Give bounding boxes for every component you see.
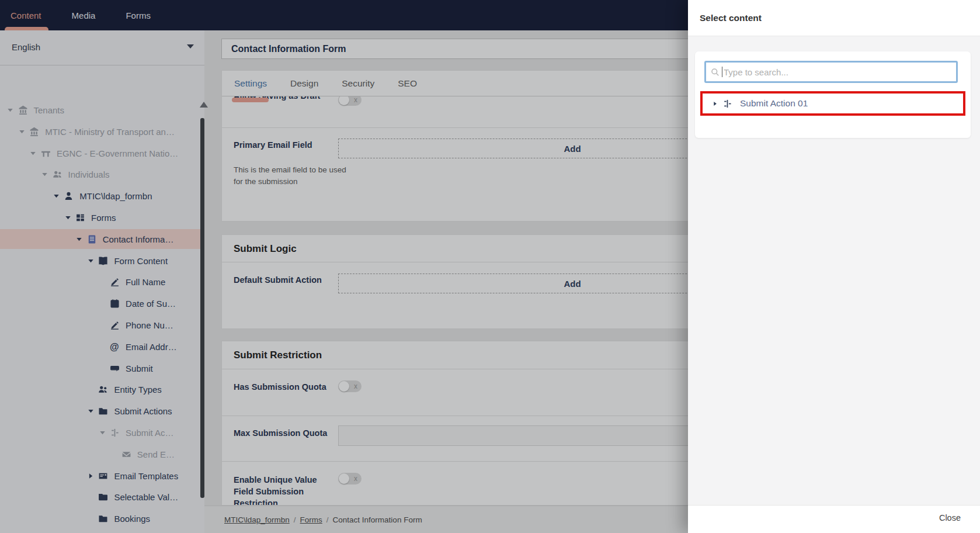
chevron-right-icon[interactable] (712, 101, 718, 107)
search-box (704, 61, 958, 83)
search-icon (711, 68, 720, 77)
app-window: ContentMediaForms English TenantsMTIC - … (0, 0, 980, 533)
picker-card: Submit Action 01 (695, 51, 971, 138)
search-input[interactable] (724, 67, 951, 77)
close-button[interactable]: Close (939, 513, 961, 522)
modal-backdrop[interactable] (0, 0, 688, 533)
panel-title: Select content (700, 13, 762, 23)
panel-header: Select content (688, 0, 980, 36)
text-cursor (722, 67, 722, 77)
picker-item-label: Submit Action 01 (740, 98, 808, 109)
select-content-panel: Select content Submit Action 01 Close (688, 0, 980, 533)
panel-footer: Close (688, 505, 980, 533)
sliders-icon (722, 99, 732, 109)
picker-item-submit-action-01[interactable]: Submit Action 01 (700, 91, 965, 116)
